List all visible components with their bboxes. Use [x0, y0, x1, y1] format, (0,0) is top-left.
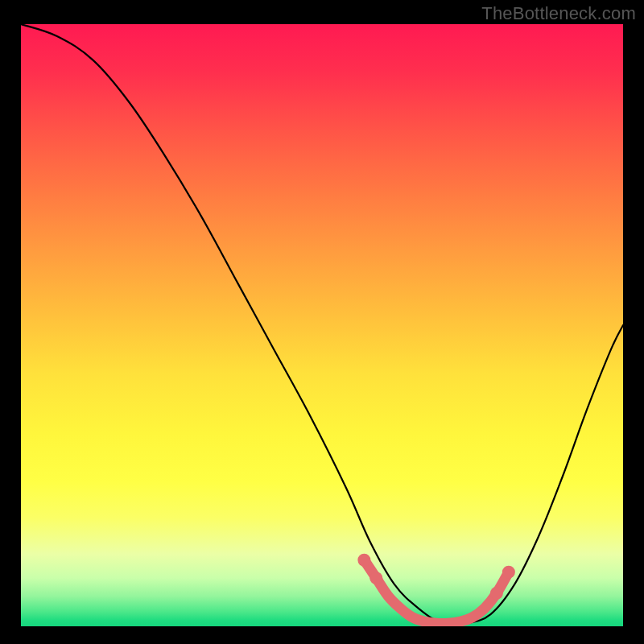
optimal-dot	[369, 572, 382, 584]
optimal-dot	[357, 554, 370, 567]
watermark-text: TheBottleneck.com	[481, 3, 636, 24]
optimal-dot	[490, 587, 503, 600]
optimal-dot	[502, 566, 515, 579]
plot-area	[21, 24, 623, 626]
chart-frame: TheBottleneck.com	[0, 0, 644, 644]
chart-svg	[21, 24, 623, 626]
bottleneck-curve	[21, 24, 623, 625]
